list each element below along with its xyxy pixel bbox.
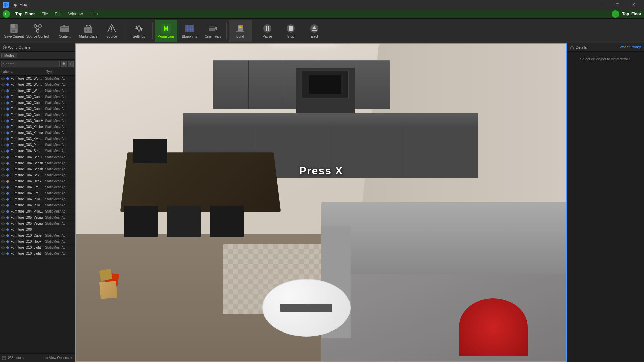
cinematics-button[interactable]: Cinematics [202, 20, 224, 42]
source-button[interactable]: Source [100, 20, 123, 42]
visibility-icon[interactable] [1, 233, 5, 238]
table-row[interactable]: Furniture_004_Bed StaticMeshAc [0, 148, 75, 154]
visibility-icon[interactable] [1, 119, 5, 123]
table-row[interactable]: Furniture_002_Cabin StaticMeshAc [0, 106, 75, 112]
table-row[interactable]: Furniture_004_Desk StaticMeshAc [0, 178, 75, 184]
table-row[interactable]: Furniture_003_KV1_K StaticMeshAc [0, 136, 75, 142]
table-row[interactable]: Furniture_010_Light_ StaticMeshAc [0, 251, 75, 257]
menu-file[interactable]: File [40, 11, 49, 17]
eject-button[interactable]: Eject [303, 20, 326, 42]
visibility-icon[interactable] [1, 191, 5, 196]
visibility-icon[interactable] [1, 185, 5, 190]
maximize-button[interactable]: □ [610, 0, 625, 9]
table-row[interactable]: Furniture_004_Bedsh StaticMeshAc [0, 160, 75, 166]
visibility-icon[interactable] [1, 221, 5, 226]
menu-window[interactable]: Window [67, 11, 84, 17]
view-options-label[interactable]: View Options [49, 356, 69, 360]
visibility-icon[interactable] [1, 137, 5, 141]
table-row[interactable]: Furniture_001_Woode StaticMeshAc [0, 82, 75, 88]
add-filter-icon[interactable]: + [68, 61, 74, 67]
marketplace-button[interactable]: Marketplace [77, 20, 100, 42]
table-row[interactable]: Furniture_010_Cube_ StaticMeshAc [0, 233, 75, 239]
close-button[interactable]: ✕ [626, 0, 641, 9]
visibility-icon[interactable] [1, 215, 5, 220]
table-row[interactable]: Furniture_005_Vacuu StaticMeshAc [0, 221, 75, 227]
red-decorative-object [459, 298, 528, 356]
visibility-icon[interactable] [1, 251, 5, 256]
table-row[interactable]: Furniture_004_Frame_ StaticMeshAc [0, 184, 75, 190]
details-panel: Details World Settings Select an object … [567, 43, 644, 362]
viewport[interactable]: Press X [75, 43, 567, 362]
pause-button[interactable]: Pause [256, 20, 279, 42]
table-row[interactable]: Furniture_004_Bek_Cl StaticMeshAc [0, 172, 75, 178]
visibility-icon[interactable] [1, 107, 5, 111]
actor-label: Furniture_003_Kitche [10, 125, 44, 129]
table-row[interactable]: Furniture_001_Woode StaticMeshAc [0, 76, 75, 82]
visibility-icon[interactable] [1, 209, 5, 214]
stop-button[interactable]: Stop [279, 20, 302, 42]
table-row[interactable]: Furniture_001_Woody StaticMeshAc [0, 88, 75, 94]
visibility-icon[interactable] [1, 155, 5, 160]
search-icon[interactable]: 🔍 [61, 61, 67, 67]
modes-button[interactable]: Modes [1, 53, 17, 58]
menu-help[interactable]: Help [88, 11, 99, 17]
visibility-icon[interactable] [1, 88, 5, 93]
settings-button[interactable]: Settings [127, 20, 150, 42]
visibility-icon[interactable] [1, 76, 5, 81]
table-row[interactable]: Furniture_004_Pillow_ StaticMeshAc [0, 196, 75, 202]
actor-label: Furniture_005_Vacuu [10, 216, 44, 219]
visibility-icon[interactable] [1, 161, 5, 166]
visibility-icon[interactable] [1, 227, 5, 232]
visibility-icon[interactable] [1, 101, 5, 105]
table-row[interactable]: Furniture_010_Hook StaticMeshAc [0, 239, 75, 245]
outliner-search-input[interactable] [1, 61, 60, 67]
visibility-icon[interactable] [1, 82, 5, 87]
megascans-button[interactable]: M Megascans [155, 20, 177, 42]
visibility-icon[interactable] [1, 245, 5, 250]
visibility-icon[interactable] [1, 125, 5, 129]
col-type-header: Type [45, 70, 75, 74]
content-button[interactable]: Content [53, 20, 76, 42]
blueprints-button[interactable]: Blueprints [178, 20, 201, 42]
build-button[interactable]: Build [229, 20, 252, 42]
table-row[interactable]: Furniture_003_Kithce StaticMeshAc [0, 130, 75, 136]
visibility-icon[interactable] [1, 173, 5, 178]
table-row[interactable]: Furniture_004_Bed_0 StaticMeshAc [0, 154, 75, 160]
table-row[interactable]: Furniture_002_Cabin StaticMeshAc [0, 112, 75, 118]
visibility-icon[interactable] [1, 113, 5, 117]
visibility-icon[interactable] [1, 131, 5, 135]
source-control-button[interactable]: Source Control [26, 20, 49, 42]
chair1 [124, 206, 158, 237]
dining-area [115, 139, 302, 250]
svg-marker-107 [6, 180, 9, 183]
table-row[interactable]: Furniture_004_Frame_ StaticMeshAc [0, 190, 75, 196]
minimize-button[interactable]: — [594, 0, 609, 9]
table-row[interactable]: Furniture_004_Pillow_ StaticMeshAc [0, 202, 75, 208]
table-row[interactable]: Furniture_010_Light_ StaticMeshAc [0, 245, 75, 251]
actor-label: Furniture_005_Vacuu [10, 222, 44, 225]
visibility-icon[interactable] [1, 179, 5, 184]
table-row[interactable]: Furniture_004_Pillow_ StaticMeshAc [0, 208, 75, 215]
visibility-icon[interactable] [1, 143, 5, 147]
world-settings-link[interactable]: World Settings [620, 45, 641, 49]
svg-point-67 [3, 102, 4, 103]
table-row[interactable]: Furniture_003_Pleon_ StaticMeshAc [0, 142, 75, 148]
table-row[interactable]: Furniture_003_Kitche StaticMeshAc [0, 124, 75, 130]
svg-rect-47 [289, 26, 293, 31]
visibility-icon[interactable] [1, 149, 5, 154]
table-row[interactable]: Furniture_002_Cabin StaticMeshAc [0, 94, 75, 100]
actor-label: Furniture_003_Kithce [10, 131, 44, 135]
table-row[interactable]: Furniture_002_Cabin StaticMeshAc [0, 100, 75, 106]
visibility-icon[interactable] [1, 203, 5, 208]
table-row[interactable]: Furniture_006 [0, 227, 75, 233]
table-row[interactable]: Furniture_003_DoorH StaticMeshAc [0, 118, 75, 124]
table-row[interactable]: Furniture_005_Vacuu StaticMeshAc [0, 215, 75, 221]
save-current-button[interactable]: Save Current [3, 20, 25, 42]
visibility-icon[interactable] [1, 197, 5, 202]
visibility-icon[interactable] [1, 239, 5, 244]
table-row[interactable]: Furniture_004_Bedsh StaticMeshAc [0, 166, 75, 172]
svg-marker-101 [6, 168, 9, 171]
visibility-icon[interactable] [1, 95, 5, 99]
visibility-icon[interactable] [1, 167, 5, 172]
menu-edit[interactable]: Edit [53, 11, 63, 17]
